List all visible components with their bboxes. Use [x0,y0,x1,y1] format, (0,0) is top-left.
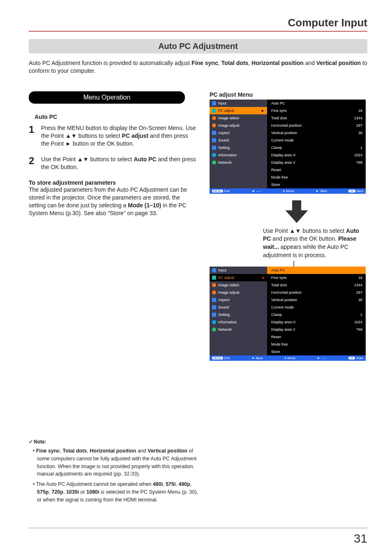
osd-menu-information: Information [210,318,267,326]
image-adjust-icon [212,290,216,295]
osd-param-fine-sync: Fine sync16 [267,107,366,114]
setting-icon [212,146,216,150]
step-number: 1 [29,124,41,148]
menu-pill-icon: MENU [212,357,223,360]
intro-paragraph: Auto PC Adjustment function is provided … [29,59,367,75]
osd-param-reset: Reset [267,333,366,341]
caption-text: Use Point ▲▼ buttons to select Auto PC a… [263,227,367,259]
note-item-1: Fine sync, Total dots, Horizontal positi… [37,447,201,478]
chapter-title: Computer Input [29,16,367,32]
osd-param-store: Store [267,181,366,188]
osd-param-mode-free: Mode free [267,174,366,181]
menu-pill-icon: MENU [212,190,223,193]
osd-menu-sound: Sound [210,304,267,311]
osd-menu-image-adjust: Image adjust [210,289,267,296]
osd-menu-image-select: Image select [210,281,267,289]
osd-param-display-v: Display area V768 [267,326,366,333]
ok-pill-icon: OK [348,190,355,193]
osd-param-current-mode: Current mode [267,137,366,144]
arrow-right-icon: ► [261,109,265,113]
osd-menu-pc-adjust: PC adjust► [210,107,267,114]
osd-footer: MENU Exit ◄ ----- ♦ Move ► Next OK Next [210,188,366,194]
step-1: 1 Press the MENU button to display the O… [29,124,197,148]
information-icon [212,320,216,324]
osd-menu-aspect: Aspect [210,296,267,304]
step-2: 2 Use the Point ▲▼ buttons to select Aut… [29,155,197,171]
image-adjust-icon [212,123,216,128]
aspect-icon [212,131,216,135]
input-icon [212,101,216,105]
osd-menu-input: Input [210,100,267,107]
pointer-line [293,261,294,267]
osd-param-v-position: Vertical position35 [267,129,366,137]
osd-param-auto-pc-selected: Auto PC [267,267,366,274]
intro-bold: Fine sync [191,60,218,66]
osd-footer: MENU Exit ◄ Back ♦ Move ► ----- OK Start [210,355,366,361]
osd-menu-information: Information [210,151,267,159]
osd-menu-setting: Setting [210,144,267,151]
arrow-left-icon: ◄ [261,276,265,280]
osd-param-clamp: Clamp1 [267,311,366,318]
pc-adjust-menu-head: PC adjust Menu [210,91,367,98]
osd-menu-network: Network [210,326,267,333]
down-arrow-icon [226,200,367,223]
osd-param-current-mode: Current mode [267,304,366,311]
network-icon [212,327,216,332]
osd-menu-aspect: Aspect [210,129,267,137]
network-icon [212,160,216,165]
osd-param-total-dots: Total dots1344 [267,114,366,122]
section-banner: Auto PC Adjustment [29,39,367,53]
osd-param-v-position: Vertical position35 [267,296,366,304]
menu-operation-banner: Menu Operation [29,91,185,104]
intro-text: Auto PC Adjustment function is provided … [29,60,191,66]
osd-param-display-v: Display area V768 [267,159,366,166]
osd-param-clamp: Clamp1 [267,144,366,151]
osd-menu-network: Network [210,159,267,166]
note-heading: Note: [29,439,201,445]
osd-param-auto-pc: Auto PC [267,100,366,107]
osd-menu-pc-adjust: PC adjust◄ [210,274,267,281]
osd-param-h-position: Horizontal position297 [267,122,366,129]
osd-param-display-h: Display area H1024 [267,151,366,159]
osd-param-store: Store [267,348,366,355]
step-text: Use the Point ▲▼ buttons to select Auto … [41,155,197,171]
setting-icon [212,313,216,317]
step-number: 2 [29,155,41,171]
store-heading: To store adjustment parameters [29,179,197,186]
page-number: 31 [354,531,367,545]
image-select-icon [212,283,216,287]
osd-screenshot-2: Input PC adjust◄ Image select Image adju… [210,267,367,361]
image-select-icon [212,116,216,120]
osd-param-total-dots: Total dots1344 [267,281,366,289]
footer-rule [29,528,367,528]
auto-pc-subhead: Auto PC [35,114,197,120]
osd-menu-image-adjust: Image adjust [210,122,267,129]
pc-adjust-icon [212,276,216,280]
sound-icon [212,138,216,142]
svg-marker-0 [286,200,308,223]
osd-menu-setting: Setting [210,311,267,318]
input-icon [212,268,216,272]
osd-param-display-h: Display area H1024 [267,318,366,326]
osd-param-reset: Reset [267,166,366,174]
osd-screenshot-1: Input PC adjust► Image select Image adju… [210,100,367,194]
osd-param-h-position: Horizontal position297 [267,289,366,296]
pc-adjust-icon [212,109,216,113]
osd-menu-sound: Sound [210,137,267,144]
sound-icon [212,305,216,309]
notes-block: Note: Fine sync, Total dots, Horizontal … [29,439,201,504]
information-icon [212,153,216,157]
store-text: The adjusted parameters from the Auto PC… [29,186,197,217]
osd-menu-image-select: Image select [210,114,267,122]
osd-menu-input: Input [210,267,267,274]
ok-pill-icon: OK [348,357,355,360]
aspect-icon [212,298,216,302]
osd-param-fine-sync: Fine sync16 [267,274,366,281]
step-text: Press the MENU button to display the On-… [41,124,197,148]
osd-param-mode-free: Mode free [267,341,366,348]
note-item-2: The Auto PC Adjustment cannot be operate… [37,480,201,504]
